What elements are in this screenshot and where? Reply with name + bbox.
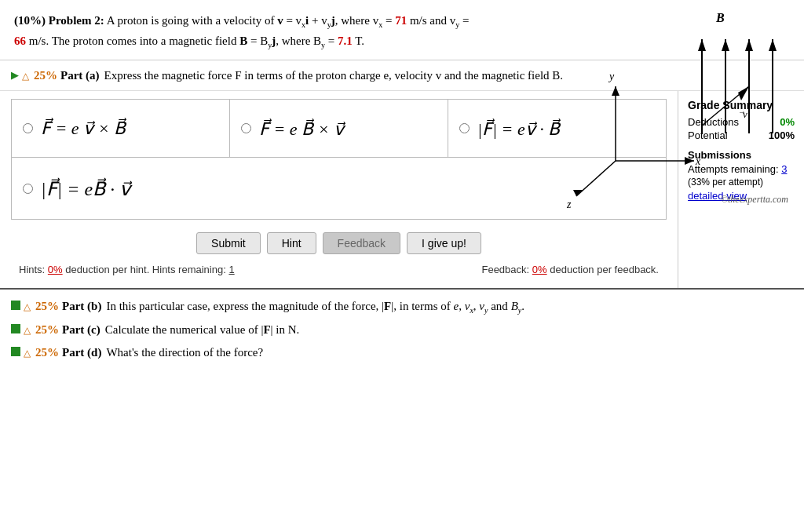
green-square-b [11,301,20,310]
part-c-item: △ 25% Part (c) Calculate the numerical v… [11,321,793,339]
green-square-d [11,347,20,356]
part-c-label: Part (c) [62,321,100,339]
buttons-row: Submit Hint Feedback I give up! [11,224,667,259]
by-unit: T. [353,35,364,47]
part-d-item: △ 25% Part (d) What's the direction of t… [11,344,793,362]
hints-text: Hints: 0% deduction per hint. Hints rema… [19,264,235,275]
svg-line-0 [576,161,616,196]
option-2-math: F⃗ = e B⃗ × v⃗ [258,108,360,149]
problem-text: (10%) Problem 2: A proton is going with … [14,11,517,52]
warning-icon-a: △ [22,71,29,82]
svg-marker-7 [685,157,694,165]
part-c-text: Calculate the numerical value of |F| in … [105,321,300,339]
part-b-label: Part (b) [62,297,101,315]
diagram-area: z y x B → v → [529,8,796,212]
part-b-item: △ 25% Part (b) In this particular case, … [11,297,793,316]
svg-text:x: x [695,155,701,167]
hints-desc: deduction per hint. Hints remaining: [65,264,226,275]
radio-opt1[interactable] [23,123,33,133]
svg-text:|F⃗| = eB⃗ · v⃗: |F⃗| = eB⃗ · v⃗ [41,177,133,199]
svg-text:→: → [738,107,746,116]
svg-marker-12 [698,39,706,51]
radio-opt4[interactable] [23,184,33,194]
hints-feedback-row: Hints: 0% deduction per hint. Hints rema… [11,259,667,280]
part-a-percent: 25% [34,69,57,82]
hints-deduction: 0% [48,264,63,275]
vx-unit: m/s and vy = [407,14,469,27]
svg-marker-16 [745,39,753,51]
feedback-label: Feedback: [481,264,529,275]
radio-opt3[interactable] [459,123,470,133]
hints-remaining: 1 [228,264,234,275]
svg-marker-18 [769,39,777,51]
formula-2-svg: F⃗ = e B⃗ × v⃗ [258,108,360,146]
part-a-description: Express the magnetic force F in terms of… [104,69,564,82]
by-value: 7.1 [338,35,353,47]
warning-icon-b: △ [24,300,31,314]
problem-number: Problem 2: [49,14,104,27]
hints-label: Hints: [19,264,45,275]
part-d-percent: 25% [35,344,59,362]
part-a-label: Part (a) [60,69,100,82]
feedback-deduction: 0% [532,264,547,275]
problem-header: (10%) Problem 2: A proton is going with … [0,0,804,60]
svg-marker-20 [738,86,749,100]
formula-4-svg: |F⃗| = eB⃗ · v⃗ [39,166,157,208]
problem-weight: (10%) [14,14,46,27]
coordinate-axes: z y x [545,39,702,212]
part-d-label: Part (d) [62,344,101,362]
option-1-math: F⃗ = e v⃗ × B⃗ [39,107,141,149]
b-field-arrows: B → v → [686,8,780,149]
part-b-percent: 25% [35,297,59,315]
vy-value: 66 [14,35,26,47]
radio-opt2[interactable] [241,123,251,133]
copyright: ©theexpertta.com [721,194,788,206]
svg-text:y: y [608,71,615,82]
warning-icon-c: △ [24,323,31,337]
svg-marker-14 [722,39,729,51]
submit-button[interactable]: Submit [196,232,261,254]
svg-text:→: → [716,10,725,21]
option-4-math: |F⃗| = eB⃗ · v⃗ [39,166,157,211]
green-square-c [11,324,20,333]
play-icon: ▶ [11,69,19,82]
option-4[interactable]: |F⃗| = eB⃗ · v⃗ [12,158,234,219]
part-d-text: What's the direction of the force? [106,344,263,362]
svg-marker-4 [612,86,619,96]
part-b-text: In this particular case, express the mag… [106,297,524,316]
formula-1-svg: F⃗ = e v⃗ × B⃗ [39,107,141,145]
feedback-button: Feedback [323,232,400,254]
svg-text:F⃗
                   = e
    : F⃗ = e B⃗ × v⃗ [259,118,346,139]
warning-icon-d: △ [24,346,31,360]
option-2[interactable]: F⃗ = e B⃗ × v⃗ [230,100,448,157]
feedback-desc: deduction per feedback. [550,264,659,275]
vx-value: 71 [395,14,407,27]
part-c-percent: 25% [35,321,59,339]
desc2: m/s. The proton comes into a magnetic fi… [26,35,338,47]
parts-list: △ 25% Part (b) In this particular case, … [0,290,804,373]
give-up-button[interactable]: I give up! [407,232,481,254]
svg-text:z: z [566,199,572,210]
problem-desc-pre: A proton is going with a velocity of v =… [107,14,395,27]
feedback-text: Feedback: 0% deduction per feedback. [481,264,659,275]
svg-text:F⃗
                   = e
    : F⃗ = e v⃗ × B⃗ [41,118,127,138]
option-1[interactable]: F⃗ = e v⃗ × B⃗ [12,100,230,157]
hint-button[interactable]: Hint [267,232,316,254]
